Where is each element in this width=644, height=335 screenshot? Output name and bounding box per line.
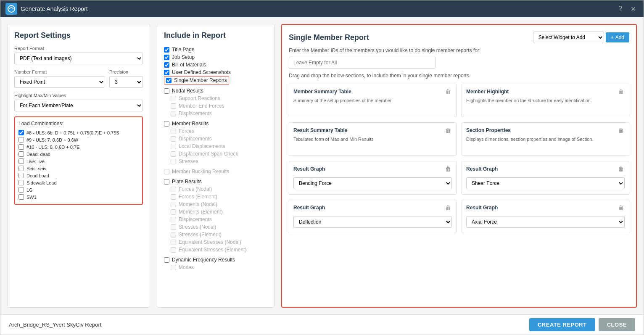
create-report-button[interactable]: CREATE REPORT	[529, 318, 595, 331]
include-displacements-checkbox[interactable]	[171, 136, 176, 142]
include-bom-checkbox[interactable]	[164, 62, 169, 68]
widget-member-highlight-header: Member Highlight 🗑	[466, 88, 625, 95]
include-se-label: Stresses (Element)	[179, 232, 222, 237]
include-plate-checkbox[interactable]	[164, 179, 169, 185]
combo-item-8: #8 - ULS: 6b. D + 0.75L + 0.75(0.7)E + 0…	[18, 129, 139, 136]
combo-checkbox-dead[interactable]	[18, 151, 24, 157]
result-graph-deflection-select[interactable]: Bending Force Shear Force Deflection Axi…	[293, 216, 452, 228]
combo-checkbox-sw1[interactable]	[18, 194, 24, 200]
format-select[interactable]: PDF (Text and Images) HTML Word	[14, 53, 143, 64]
combo-label-sw1: SW1	[26, 195, 37, 200]
widget-result-graph-deflection-header: Result Graph 🗑	[293, 204, 452, 211]
include-dynamic-checkbox[interactable]	[164, 257, 169, 263]
load-combinations-title: Load Combinations:	[18, 121, 139, 127]
include-disp-nodal-label: Displacements	[179, 111, 212, 116]
combo-item-9: #9 - ULS: 7. 0.6D + 0.6W	[18, 136, 139, 143]
include-modes-label: Modes	[179, 264, 194, 270]
combo-checkbox-9[interactable]	[18, 137, 24, 142]
include-dynamic-freq: Dynamic Frequency Results	[164, 256, 267, 264]
delete-result-graph-bending-button[interactable]: 🗑	[444, 166, 452, 172]
add-widget-button[interactable]: + Add	[606, 32, 629, 42]
combo-checkbox-10[interactable]	[18, 144, 24, 150]
delete-member-highlight-button[interactable]: 🗑	[617, 88, 625, 95]
widget-result-graph-axial-title: Result Graph	[466, 205, 498, 211]
combo-item-sw1: SW1	[18, 193, 139, 200]
result-graph-shear-select[interactable]: Bending Force Shear Force Deflection Axi…	[466, 177, 625, 189]
help-button[interactable]: ?	[616, 4, 625, 13]
include-support-reactions-checkbox[interactable]	[171, 96, 176, 101]
combo-checkbox-live[interactable]	[18, 158, 24, 164]
include-sn-checkbox[interactable]	[171, 224, 176, 230]
include-nodal-checkbox[interactable]	[164, 88, 169, 94]
precision-select[interactable]: 1 2 3 4 5	[109, 76, 143, 88]
widget-member-summary-header: Member Summary Table 🗑	[293, 88, 452, 95]
combo-label-lg: LG	[26, 187, 33, 193]
include-fn-checkbox[interactable]	[171, 187, 176, 192]
include-disp-nodal-checkbox[interactable]	[171, 111, 176, 116]
delete-result-graph-axial-button[interactable]: 🗑	[617, 204, 625, 211]
delete-result-summary-button[interactable]: 🗑	[444, 127, 452, 134]
add-label: Add	[615, 34, 624, 40]
combo-checkbox-8[interactable]	[18, 130, 24, 135]
highlight-select[interactable]: For Each Member/Plate Global None	[14, 100, 143, 111]
widget-result-summary-title: Result Summary Table	[293, 127, 347, 133]
include-dp-checkbox[interactable]	[171, 217, 176, 222]
include-ese-checkbox[interactable]	[171, 247, 176, 253]
close-window-button[interactable]: ✕	[628, 4, 639, 14]
include-se-checkbox[interactable]	[171, 232, 176, 237]
highlight-label: Highlight Max/Min Values	[14, 93, 143, 98]
result-graph-axial-select[interactable]: Bending Force Shear Force Deflection Axi…	[466, 216, 625, 228]
combo-label-live: Live: live	[26, 159, 45, 164]
smr-header: Single Member Report Select Widget to Ad…	[289, 32, 629, 43]
include-member-end-forces: Member End Forces	[171, 102, 267, 110]
include-me-checkbox[interactable]	[171, 209, 176, 215]
member-ids-input[interactable]	[289, 57, 436, 69]
include-title-page-checkbox[interactable]	[164, 47, 169, 53]
include-forces-label: Forces	[179, 128, 194, 134]
include-moments-nodal: Moments (Nodal)	[171, 200, 267, 208]
combo-checkbox-seis[interactable]	[18, 166, 24, 171]
include-job-setup-checkbox[interactable]	[164, 55, 169, 60]
include-mn-checkbox[interactable]	[171, 202, 176, 207]
report-settings-title: Report Settings	[14, 31, 143, 40]
delete-section-properties-button[interactable]: 🗑	[617, 127, 625, 134]
include-stresses-element: Stresses (Element)	[171, 231, 267, 238]
result-graph-bending-select[interactable]: Bending Force Shear Force Deflection Axi…	[293, 177, 452, 189]
include-modes-checkbox[interactable]	[171, 265, 176, 270]
include-forces-checkbox[interactable]	[171, 129, 176, 134]
delete-member-summary-button[interactable]: 🗑	[444, 88, 452, 95]
include-screenshots-checkbox[interactable]	[164, 70, 169, 75]
include-member-buckling: Member Buckling Results	[164, 168, 267, 175]
include-span-check-checkbox[interactable]	[171, 151, 176, 157]
include-in-report-panel: Include in Report Title Page Job Setup B…	[157, 24, 274, 308]
combo-checkbox-lg[interactable]	[18, 187, 24, 193]
include-buckling-checkbox[interactable]	[164, 169, 169, 174]
add-icon: +	[611, 34, 614, 40]
combo-checkbox-sidewalk[interactable]	[18, 180, 24, 185]
include-stresses-checkbox[interactable]	[171, 159, 176, 164]
include-mef-checkbox[interactable]	[171, 103, 176, 109]
number-format-label: Number Format	[14, 69, 105, 74]
include-member-results-checkbox[interactable]	[164, 121, 169, 127]
widget-member-highlight-title: Member Highlight	[466, 89, 509, 95]
include-bom-label: Bill of Materials	[172, 62, 206, 68]
include-nodal-results: Nodal Results	[164, 87, 267, 95]
include-local-disp-checkbox[interactable]	[171, 144, 176, 149]
smr-drag-hint: Drag and drop the below sections, to inc…	[289, 73, 629, 79]
close-button[interactable]: CLOSE	[599, 318, 635, 331]
include-fe-checkbox[interactable]	[171, 194, 176, 200]
include-plate-results: Plate Results	[164, 178, 267, 185]
delete-result-graph-deflection-button[interactable]: 🗑	[444, 204, 452, 211]
load-combinations-box: Load Combinations: #8 - ULS: 6b. D + 0.7…	[14, 116, 143, 205]
combo-checkbox-deadload[interactable]	[18, 173, 24, 178]
widget-select[interactable]: Select Widget to Add Member Summary Tabl…	[533, 32, 604, 43]
include-smr-checkbox[interactable]	[166, 78, 172, 83]
widget-grid: Member Summary Table 🗑 Summary of the se…	[289, 84, 629, 233]
combo-label-10: #10 - ULS: 8. 0.6D + 0.7E	[26, 145, 79, 150]
number-format-select[interactable]: Fixed Point Scientific	[14, 76, 105, 88]
include-forces-nodal: Forces (Nodal)	[171, 185, 267, 193]
include-esn-checkbox[interactable]	[171, 240, 176, 245]
delete-result-graph-shear-button[interactable]: 🗑	[617, 166, 625, 172]
include-smr-label: Single Member Reports	[174, 77, 227, 83]
widget-member-summary-table: Member Summary Table 🗑 Summary of the se…	[289, 84, 457, 117]
